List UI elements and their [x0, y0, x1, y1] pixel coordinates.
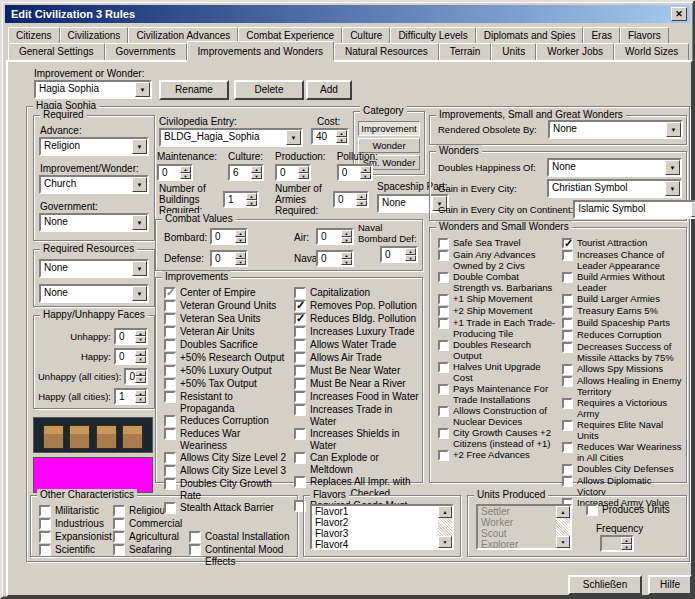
checkbox[interactable] — [164, 391, 176, 403]
checkbox[interactable] — [294, 428, 306, 440]
face-spinner[interactable]: 0 ▲ ▼ — [124, 368, 148, 385]
dropdown-arrow-icon[interactable]: ▼ — [132, 261, 147, 276]
checkbox-row[interactable]: Can Explode or Meltdown — [294, 452, 420, 475]
tab[interactable]: Units — [491, 43, 536, 60]
checkbox[interactable] — [294, 476, 306, 488]
dropdown-arrow-icon[interactable]: ▼ — [691, 202, 695, 217]
checkbox[interactable] — [562, 464, 573, 475]
checkbox[interactable] — [113, 518, 125, 530]
spinner-down-icon[interactable]: ▼ — [135, 396, 146, 403]
rendered-obsolete-dropdown[interactable]: None ▼ — [548, 120, 683, 139]
scrollbar-track[interactable] — [438, 518, 452, 536]
armies-required-spinner[interactable]: 0 ▲ ▼ — [333, 191, 369, 208]
checkbox[interactable] — [113, 544, 125, 556]
checkbox[interactable] — [164, 428, 176, 440]
dropdown-arrow-icon[interactable]: ▼ — [666, 122, 681, 137]
spinner-down-icon[interactable]: ▼ — [298, 173, 309, 180]
dropdown-arrow-icon[interactable]: ▼ — [132, 215, 147, 230]
checkbox-row[interactable]: Reduces War Weariness in All Cities — [562, 442, 682, 463]
close-dialog-button[interactable]: Schließen — [568, 575, 642, 595]
list-item[interactable]: Explorer — [478, 539, 556, 548]
checkbox[interactable] — [438, 428, 449, 439]
checkbox-row[interactable]: Allows Air Trade — [294, 352, 420, 364]
naval-bombard-def-spinner[interactable]: 0 ▲▼ — [380, 246, 418, 263]
checkbox[interactable] — [164, 313, 176, 325]
checkbox[interactable] — [562, 342, 573, 353]
checkbox[interactable] — [562, 398, 573, 409]
add-button[interactable]: Add — [306, 80, 352, 100]
checkbox-row[interactable]: Allows City Size Level 2 — [164, 452, 288, 464]
tab[interactable]: Diplomats and Spies — [476, 27, 584, 43]
checkbox-row[interactable]: Veteran Ground Units — [164, 300, 288, 312]
scroll-up-icon[interactable]: ▲ — [438, 506, 452, 518]
dropdown-arrow-icon[interactable]: ▼ — [132, 139, 147, 154]
checkbox-row[interactable]: Reduces Bldg. Pollution — [294, 313, 420, 325]
checkbox[interactable] — [294, 287, 306, 299]
checkbox[interactable] — [562, 364, 573, 375]
dropdown-arrow-icon[interactable]: ▼ — [135, 82, 150, 97]
advance-dropdown[interactable]: Religion ▼ — [39, 137, 149, 156]
checkbox-row[interactable]: Requires Elite Naval Units — [562, 420, 682, 441]
spinner-down-icon[interactable]: ▼ — [341, 237, 352, 244]
checkbox[interactable] — [562, 318, 573, 329]
checkbox-row[interactable]: +1 Trade in Each Trade-Producing Tile — [438, 318, 556, 339]
checkbox-row[interactable]: Capitalization — [294, 287, 420, 299]
units-produced-listbox[interactable]: Settler Worker Scout Explorer ▲ ▼ — [476, 504, 572, 550]
checkbox-row[interactable]: +50% Luxury Output — [164, 365, 288, 377]
checkbox-row[interactable]: Resistant to Propaganda — [164, 391, 288, 414]
checkbox-row[interactable]: Removes Pop. Pollution — [294, 300, 420, 312]
checkbox-row[interactable]: Increases Luxury Trade — [294, 326, 420, 338]
checkbox-row[interactable]: +2 Ship Movement — [438, 306, 556, 317]
checkbox-row[interactable]: +50% Research Output — [164, 352, 288, 364]
tab[interactable]: Flavors — [620, 27, 669, 43]
tab[interactable]: Civilizations — [60, 27, 129, 43]
tab[interactable]: Difficulty Levels — [390, 27, 475, 43]
checkbox[interactable] — [189, 531, 201, 543]
face-spinner[interactable]: 0 ▲ ▼ — [114, 348, 148, 365]
help-button[interactable]: Hilfe — [648, 575, 692, 595]
spinner-down-icon[interactable]: ▼ — [180, 173, 191, 180]
tab[interactable]: General Settings — [8, 43, 105, 60]
checkbox-row[interactable]: Double Combat Strength vs. Barbarians — [438, 272, 556, 293]
produces-units-checkbox-row[interactable]: Produces Units — [586, 504, 684, 516]
dropdown-arrow-icon[interactable]: ▼ — [665, 160, 680, 175]
checkbox-row[interactable]: Build Larger Armies — [562, 294, 682, 305]
checkbox-row[interactable]: Build Spaceship Parts — [562, 318, 682, 329]
delete-button[interactable]: Delete — [234, 80, 304, 100]
checkbox-row[interactable]: Doubles Sacrifice — [164, 339, 288, 351]
spinner-down-icon[interactable]: ▼ — [135, 376, 146, 383]
checkbox[interactable] — [39, 544, 51, 556]
checkbox-row[interactable]: Stealth Attack Barrier — [164, 502, 288, 514]
checkbox-row[interactable]: Doubles City Growth Rate — [164, 478, 288, 501]
produces-units-checkbox[interactable] — [586, 504, 598, 516]
scrollbar-track[interactable] — [556, 518, 570, 536]
face-spinner[interactable]: 1 ▲ ▼ — [114, 388, 148, 405]
checkbox-row[interactable]: Increases Trade in Water — [294, 404, 420, 427]
spinner-down-icon[interactable]: ▼ — [235, 237, 246, 244]
list-item[interactable]: Flavor3 — [312, 528, 438, 539]
spinner-down-icon[interactable]: ▼ — [135, 356, 146, 363]
face-spinner[interactable]: 0 ▲ ▼ — [114, 328, 148, 345]
checkbox-row[interactable]: +50% Tax Output — [164, 378, 288, 390]
checkbox-row[interactable]: Doubles City Defenses — [562, 464, 682, 475]
checkbox[interactable] — [438, 362, 449, 373]
checkbox[interactable] — [164, 339, 176, 351]
checkbox-row[interactable]: Seafaring — [113, 544, 185, 556]
checkbox[interactable] — [294, 378, 306, 390]
checkbox[interactable] — [438, 450, 449, 461]
checkbox[interactable] — [438, 238, 449, 249]
checkbox[interactable] — [164, 352, 176, 364]
wonder-row-dropdown[interactable]: Islamic Symbol ▼ — [573, 200, 695, 219]
checkbox[interactable] — [438, 294, 449, 305]
checkbox[interactable] — [294, 326, 306, 338]
checkbox-row[interactable]: Build Armies Without Leader — [562, 272, 682, 293]
checkbox-row[interactable]: Allows Diplomatic Victory — [562, 476, 682, 497]
tab[interactable]: World Sizes — [614, 43, 689, 60]
checkbox[interactable] — [562, 442, 573, 453]
rename-button[interactable]: Rename — [159, 80, 229, 100]
checkbox-row[interactable]: Requires a Victorious Army — [562, 398, 682, 419]
checkbox-row[interactable]: Reduces War Weariness — [164, 428, 288, 451]
checkbox-row[interactable]: Increases Shields in Water — [294, 428, 420, 451]
checkbox[interactable] — [294, 339, 306, 351]
checkbox-row[interactable]: Pays Maintenance For Trade Installations — [438, 384, 556, 405]
